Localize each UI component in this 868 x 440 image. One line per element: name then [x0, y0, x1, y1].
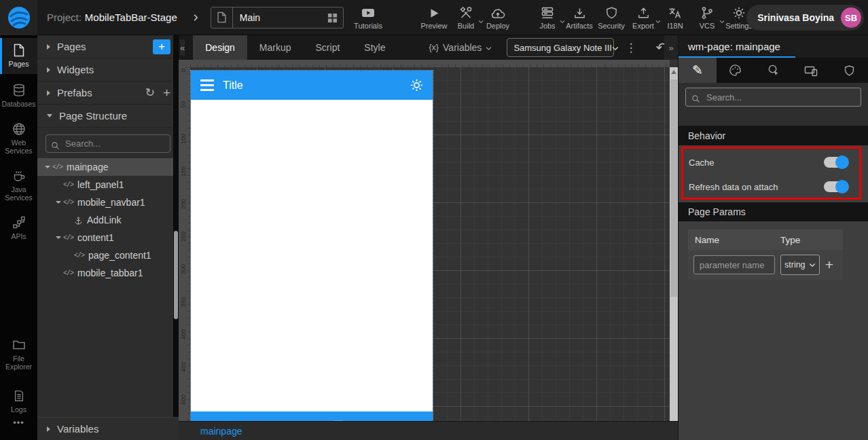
page-params-section-header[interactable]: Page Params [679, 202, 868, 221]
artifacts-button[interactable]: Artifacts [564, 6, 594, 30]
table-row: string + [688, 250, 843, 280]
tutorials-icon [361, 6, 375, 20]
search-icon [51, 139, 60, 151]
canvas-scrollbar[interactable] [670, 67, 678, 421]
refresh-prefabs-icon[interactable]: ↻ [145, 87, 155, 98]
tree-item-mobile-navbar1[interactable]: </> mobile_navbar1 [37, 194, 179, 211]
project-label: Project: [47, 12, 82, 23]
chevron-down-icon [809, 260, 816, 270]
section-page-structure[interactable]: Page Structure [37, 105, 179, 128]
add-page-button[interactable]: + [153, 39, 170, 54]
device-select-dropdown[interactable]: Samsung Galaxy Note III [507, 38, 614, 57]
tab-script[interactable]: Script [304, 35, 352, 60]
wavemaker-studio-window: Project:MobileTabBar-Stage Main Tutorial… [0, 0, 868, 440]
sidebar-item-databases[interactable]: Databases [0, 78, 37, 114]
sidebar-more-button[interactable]: ••• [0, 418, 37, 428]
left-sidebar: Pages Databases Web Services Java Servic… [0, 35, 37, 440]
sidebar-item-pages[interactable]: Pages [0, 38, 37, 74]
refresh-data-toggle[interactable] [824, 181, 848, 192]
scrollbar-thumb[interactable] [670, 79, 677, 297]
sidebar-item-java-services[interactable]: Java Services [0, 164, 37, 208]
security-button[interactable]: Security [596, 6, 626, 30]
sidebar-item-web-services[interactable]: Web Services [0, 117, 37, 161]
i18n-button[interactable]: I18N [660, 6, 690, 30]
expand-panel-button[interactable]: » [664, 35, 678, 60]
tree-item-addlink[interactable]: AddLink [37, 211, 179, 229]
add-prefab-icon[interactable]: + [163, 86, 170, 99]
mobile-tabbar-widget[interactable]: + [191, 411, 433, 421]
section-widgets[interactable]: Widgets [37, 58, 179, 81]
tree-item-content1[interactable]: </> content1 [37, 229, 179, 246]
code-icon: </> [74, 252, 84, 259]
jobs-button[interactable]: Jobs [532, 6, 562, 30]
tab-properties[interactable]: ✎ [679, 58, 717, 83]
tab-style[interactable]: Style [352, 35, 397, 60]
app-logo[interactable] [0, 0, 37, 35]
properties-search-input[interactable] [685, 88, 861, 107]
section-variables[interactable]: Variables [37, 417, 179, 440]
mobile-navbar-widget[interactable]: Title [191, 71, 433, 100]
export-button[interactable]: Export [628, 6, 658, 30]
globe-icon [12, 122, 26, 136]
wavemaker-logo-icon [7, 5, 31, 30]
tree-item-mainpage[interactable]: </> mainpage [37, 158, 179, 176]
user-menu[interactable]: Srinivasa Boyina SB [746, 5, 864, 31]
expanded-arrow-icon[interactable] [54, 201, 63, 204]
cache-toggle[interactable] [824, 157, 848, 168]
page-content-widget[interactable] [191, 100, 433, 411]
tab-markup[interactable]: Markup [247, 35, 304, 60]
sidebar-item-logs[interactable]: Logs [0, 384, 37, 420]
tutorials-button[interactable]: Tutorials [353, 6, 383, 30]
collapse-panel-button[interactable]: « [180, 39, 185, 56]
tree-item-left-panel1[interactable]: </> left_panel1 [37, 176, 179, 194]
cloud-upload-icon [490, 6, 505, 20]
page-selector-dropdown[interactable]: Main [211, 7, 344, 29]
tree-item-page-content1[interactable]: </> page_content1 [37, 246, 179, 264]
tab-inspector[interactable] [755, 58, 793, 83]
navbar-gear-icon[interactable] [410, 78, 424, 92]
scroll-up-arrow-icon[interactable] [671, 70, 676, 74]
tab-security[interactable] [830, 58, 868, 83]
code-icon: </> [63, 181, 73, 189]
tree-item-mobile-tabbar1[interactable]: </> mobile_tabbar1 [37, 264, 179, 282]
structure-search-input[interactable] [46, 134, 170, 153]
variables-button[interactable]: {x} Variables [429, 42, 492, 53]
refresh-data-row: Refresh data on attach [689, 175, 854, 199]
page-selector-value: Main [240, 12, 327, 23]
highlight-box: Cache Refresh data on attach [681, 147, 861, 200]
grid-view-icon[interactable] [327, 12, 338, 24]
ruler-corner [179, 60, 190, 67]
folder-icon [12, 338, 26, 352]
avatar: SB [841, 7, 861, 28]
build-button[interactable]: Build [451, 6, 481, 30]
add-parameter-button[interactable]: + [820, 257, 839, 273]
page-params-section: Name Type string + [679, 221, 868, 440]
devices-icon [804, 64, 818, 77]
structure-search [46, 134, 170, 153]
behavior-section: Cache Refresh data on attach [679, 145, 868, 202]
behavior-section-header[interactable]: Behavior [679, 126, 868, 145]
hamburger-menu-icon[interactable] [200, 79, 214, 91]
scrollbar-thumb[interactable] [174, 231, 178, 319]
more-options-icon[interactable]: ⋮ [625, 41, 636, 55]
section-prefabs[interactable]: Prefabs ↻ + [37, 81, 179, 105]
section-pages[interactable]: Pages + [37, 35, 179, 58]
collapsed-arrow-icon [47, 67, 50, 73]
collapsed-arrow-icon [47, 426, 50, 432]
parameter-name-input[interactable] [693, 255, 775, 274]
build-tools-icon [459, 6, 473, 20]
expanded-arrow-icon[interactable] [43, 166, 52, 168]
parameter-type-select[interactable]: string [780, 255, 820, 275]
sidebar-item-apis[interactable]: APIs [0, 210, 37, 246]
deploy-button[interactable]: Deploy [483, 6, 513, 30]
tab-styles[interactable] [717, 58, 755, 83]
preview-button[interactable]: Preview [419, 6, 449, 30]
open-page-tab-mainpage[interactable]: mainpage [200, 426, 242, 437]
tab-devices[interactable] [792, 58, 830, 83]
sidebar-item-file-explorer[interactable]: File Explorer [0, 333, 37, 377]
left-panel-scrollbar[interactable] [173, 35, 179, 417]
vcs-button[interactable]: VCS [692, 6, 722, 30]
tab-design[interactable]: Design [193, 35, 247, 60]
navbar-title[interactable]: Title [223, 79, 243, 92]
expanded-arrow-icon[interactable] [54, 236, 63, 239]
